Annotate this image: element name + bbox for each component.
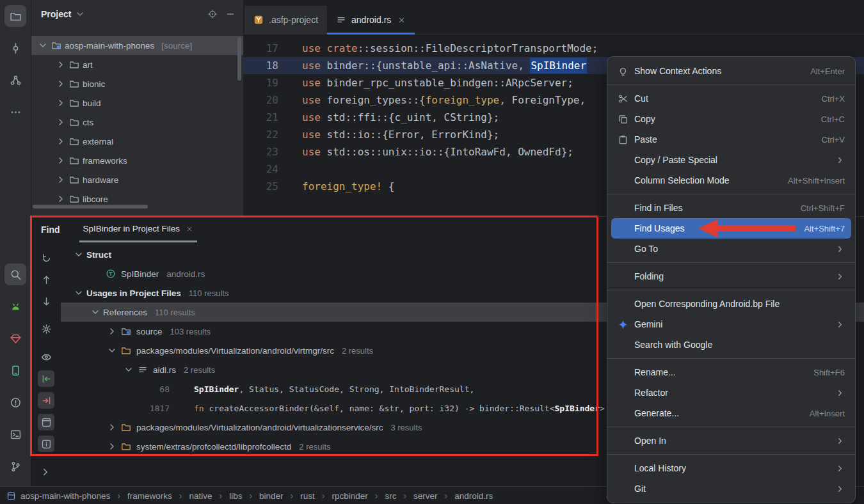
find-results-tab[interactable]: SpIBinder in Project Files xyxy=(79,217,198,242)
chevron-right-icon[interactable] xyxy=(56,117,66,127)
menu-item-open-corresponding-android-bp-file[interactable]: Open Corresponding Android.bp File xyxy=(611,294,851,314)
menu-item-generate[interactable]: Generate...Alt+Insert xyxy=(611,403,851,423)
chevron-down-icon[interactable] xyxy=(74,249,84,260)
chevron-down-icon[interactable] xyxy=(74,288,84,298)
breadcrumb-aosp-main-with-phones[interactable]: aosp-main-with-phones xyxy=(20,491,110,501)
project-tree-item-hardware[interactable]: hardware xyxy=(31,170,243,189)
project-title-chevron-icon[interactable] xyxy=(75,9,85,19)
menu-item-find-usages[interactable]: Find UsagesAlt+Shift+7 xyxy=(611,218,851,239)
menu-item-paste[interactable]: PasteCtrl+V xyxy=(611,129,851,150)
locate-icon[interactable] xyxy=(207,9,218,19)
chevron-right-icon[interactable] xyxy=(56,194,66,204)
menu-item-git[interactable]: Git xyxy=(611,478,851,499)
help-button[interactable] xyxy=(38,436,54,452)
menu-item-open-in[interactable]: Open In xyxy=(611,430,851,451)
menu-item-gemini[interactable]: Gemini xyxy=(611,314,851,335)
project-tree-item-aosp-main-with-phones[interactable]: aosp-main-with-phones[source] xyxy=(31,36,243,55)
chevron-down-icon[interactable] xyxy=(90,307,100,317)
folder-icon xyxy=(69,194,79,204)
tool-stripe-app-quality-insights[interactable] xyxy=(4,327,26,349)
menu-item-copy[interactable]: CopyCtrl+C xyxy=(611,109,851,129)
tool-stripe-logcat[interactable] xyxy=(4,295,26,317)
breadcrumb-native[interactable]: native xyxy=(189,491,212,501)
chevron-right-icon[interactable] xyxy=(56,98,66,108)
project-tree-item-external[interactable]: external xyxy=(31,132,243,151)
project-vertical-scrollbar[interactable] xyxy=(237,37,241,81)
project-tree-item-build[interactable]: build xyxy=(31,93,243,113)
tree-label: build xyxy=(83,98,101,108)
tool-stripe-find[interactable] xyxy=(4,264,26,285)
navigate-back-button[interactable] xyxy=(38,370,54,387)
phone-icon xyxy=(10,365,22,377)
chevron-right-icon[interactable] xyxy=(56,79,66,89)
chevron-down-icon[interactable] xyxy=(107,345,117,356)
breadcrumb-android-rs[interactable]: android.rs xyxy=(454,491,493,501)
breadcrumb-rpcbinder[interactable]: rpcbinder xyxy=(332,491,367,501)
tool-stripe-pull-requests[interactable] xyxy=(4,69,26,91)
code-token: foreign_type! xyxy=(302,180,382,193)
chevron-down-icon[interactable] xyxy=(124,365,134,375)
previous-occurrence-button[interactable] xyxy=(38,271,54,288)
menu-item-rename[interactable]: Rename...Shift+F6 xyxy=(611,362,851,382)
nav-back-icon xyxy=(41,374,52,384)
menu-item-copy-paste-special[interactable]: Copy / Paste Special xyxy=(611,150,851,170)
project-tree-item-art[interactable]: art xyxy=(31,55,243,74)
arrow-down-icon xyxy=(41,296,52,307)
folder-icon xyxy=(69,155,79,166)
project-tree-item-bionic[interactable]: bionic xyxy=(31,74,243,93)
project-tree-item-cts[interactable]: cts xyxy=(31,113,243,132)
chevron-right-icon[interactable] xyxy=(107,441,117,452)
editor-context-menu: Show Context ActionsAlt+EnterCutCtrl+XCo… xyxy=(607,56,856,503)
editor-tab-android-rs[interactable]: android.rs xyxy=(327,6,415,34)
tree-label: frameworks xyxy=(83,156,127,166)
folder-icon xyxy=(69,79,79,89)
menu-item-refactor[interactable]: Refactor xyxy=(611,382,851,403)
tool-stripe-project[interactable] xyxy=(4,5,26,27)
line-number: 19 xyxy=(243,74,278,91)
breadcrumb-src[interactable]: src xyxy=(385,491,396,501)
tool-stripe-running-devices[interactable] xyxy=(4,359,26,381)
menu-separator xyxy=(607,262,855,263)
collapsed-row-chevron-icon[interactable] xyxy=(40,466,51,478)
project-tree-item-frameworks[interactable]: frameworks xyxy=(31,151,243,170)
line-number: 18 xyxy=(243,57,278,74)
code-text: use crate::session::FileDescriptorTransp… xyxy=(278,40,598,57)
hide-icon[interactable] xyxy=(225,9,236,19)
chevron-right-icon[interactable] xyxy=(56,59,66,70)
chevron-right-icon[interactable] xyxy=(107,422,117,432)
tool-stripe-problems[interactable] xyxy=(4,391,26,413)
menu-item-search-with-google[interactable]: Search with Google xyxy=(611,335,851,355)
tool-stripe-more-tool-windows[interactable] xyxy=(4,101,26,123)
menu-item-show-context-actions[interactable]: Show Context ActionsAlt+Enter xyxy=(611,61,851,81)
tool-stripe-commit[interactable] xyxy=(4,37,26,59)
menu-item-column-selection-mode[interactable]: Column Selection ModeAlt+Shift+Insert xyxy=(611,170,851,191)
breadcrumb-libs[interactable]: libs xyxy=(229,491,242,501)
editor-tab-asfp-project[interactable]: .asfp-project xyxy=(244,6,327,34)
chevron-right-icon[interactable] xyxy=(56,136,66,146)
chevron-right-icon[interactable] xyxy=(56,155,66,166)
menu-item-local-history[interactable]: Local History xyxy=(611,458,851,478)
find-panel-title: Find xyxy=(31,217,60,242)
navigate-forward-button[interactable] xyxy=(38,392,54,409)
breadcrumb-binder[interactable]: binder xyxy=(259,491,284,501)
breadcrumb-server[interactable]: server xyxy=(413,491,438,501)
preview-usages-button[interactable] xyxy=(38,349,54,365)
breadcrumb-rust[interactable]: rust xyxy=(300,491,315,501)
open-in-new-tab-button[interactable] xyxy=(38,414,54,430)
close-icon[interactable] xyxy=(397,16,406,24)
tool-stripe-terminal[interactable] xyxy=(4,423,26,445)
project-horizontal-scrollbar[interactable] xyxy=(33,205,148,209)
menu-item-cut[interactable]: CutCtrl+X xyxy=(611,88,851,109)
settings-button[interactable] xyxy=(38,320,54,337)
breadcrumb-frameworks[interactable]: frameworks xyxy=(127,491,172,501)
chevron-down-icon[interactable] xyxy=(38,40,48,51)
menu-item-find-in-files[interactable]: Find in FilesCtrl+Shift+F xyxy=(611,198,851,218)
tool-stripe-version-control[interactable] xyxy=(4,455,26,477)
menu-item-folding[interactable]: Folding xyxy=(611,266,851,287)
close-icon[interactable] xyxy=(186,225,193,233)
menu-item-go-to[interactable]: Go To xyxy=(611,239,851,259)
chevron-right-icon[interactable] xyxy=(107,326,117,336)
rerun-search-button[interactable] xyxy=(38,249,54,266)
chevron-right-icon[interactable] xyxy=(56,175,66,185)
next-occurrence-button[interactable] xyxy=(38,293,54,310)
